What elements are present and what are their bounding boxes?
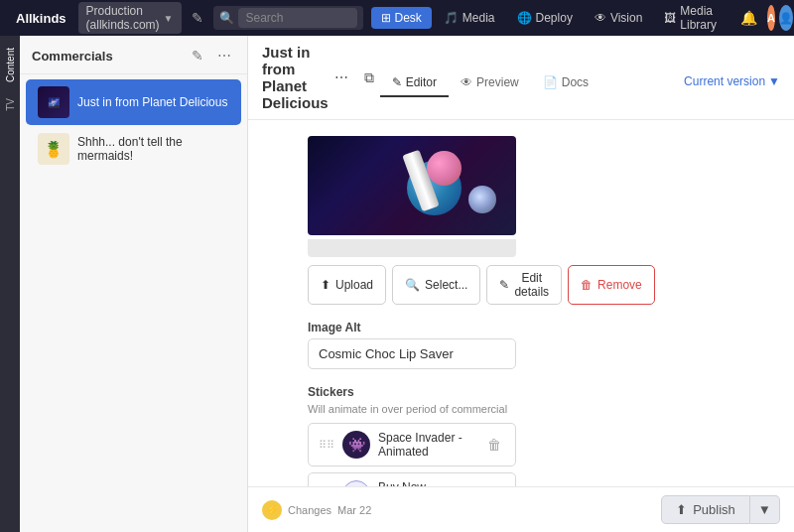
sidebar-item-2-thumb-img: 🍍: [38, 133, 69, 165]
sticker-item-1: ⠿⠿ 👾 Space Invader - Animated 🗑: [308, 423, 516, 466]
side-tab-content[interactable]: Content: [3, 44, 18, 86]
tab-deploy[interactable]: 🌐 Deploy: [507, 7, 583, 29]
sidebar-more-icon[interactable]: ⋯: [213, 46, 235, 66]
notifications-icon-btn[interactable]: 🔔: [734, 6, 763, 30]
image-bottom-bar: [308, 239, 516, 257]
tab-desk[interactable]: ⊞ Desk: [371, 7, 432, 29]
changes-date: Mar 22: [337, 504, 371, 516]
stickers-field-group: Stickers Will animate in over period of …: [308, 385, 516, 486]
publish-button[interactable]: ⬆ Publish: [661, 495, 750, 524]
vision-icon: 👁: [595, 11, 606, 25]
sticker-1-name: Space Invader - Animated: [378, 431, 475, 459]
image-preview-bg: [308, 136, 516, 235]
sidebar-item-2[interactable]: 🍍 Shhh... don't tell the mermaids!: [26, 126, 241, 172]
media-library-icon: 🖼: [664, 11, 676, 25]
content-header-icons: ⋯ ⧉: [329, 66, 380, 90]
top-nav: Allkinds Production (allkinds.com) ▼ ✎ 🔍…: [0, 0, 794, 36]
version-selector[interactable]: Current version ▼: [684, 74, 780, 88]
tab-media[interactable]: 🎵 Media: [434, 7, 505, 29]
publish-icon: ⬆: [676, 502, 687, 517]
upload-icon: ⬆: [321, 278, 331, 292]
sidebar-header: Commercials ✎ ⋯: [20, 36, 247, 74]
content-window-icon[interactable]: ⧉: [358, 66, 380, 90]
planet-2: [427, 151, 462, 186]
stickers-label: Stickers: [308, 385, 516, 399]
changes-label: Changes: [288, 504, 331, 516]
changes-icon: ⚡: [262, 500, 282, 520]
tab-editor[interactable]: ✎ Editor: [380, 69, 449, 97]
image-preview: [308, 136, 516, 235]
edit-icon-btn[interactable]: ✎: [186, 6, 209, 30]
tab-vision[interactable]: 👁 Vision: [585, 7, 652, 29]
tab-docs[interactable]: 📄 Docs: [531, 69, 600, 97]
main-layout: Content TV Commercials ✎ ⋯ 🌌 Just in fro…: [0, 36, 794, 532]
desk-icon: ⊞: [381, 11, 391, 25]
env-label: Production (allkinds.com): [86, 4, 160, 32]
search-icon: 🔍: [219, 11, 234, 25]
sidebar-item-2-label: Shhh... don't tell the mermaids!: [77, 135, 229, 163]
content-more-icon[interactable]: ⋯: [329, 66, 354, 90]
edit-details-icon: ✎: [499, 278, 509, 292]
select-button[interactable]: 🔍 Select...: [392, 265, 480, 305]
upload-button[interactable]: ⬆ Upload: [308, 265, 386, 305]
remove-icon: 🗑: [581, 278, 593, 292]
preview-icon: 👁: [461, 75, 472, 89]
content-footer: ⚡ Changes Mar 22 ⬆ Publish ▼: [248, 486, 794, 532]
version-arrow-icon: ▼: [768, 74, 780, 88]
nav-tabs: ⊞ Desk 🎵 Media 🌐 Deploy 👁 Vision 🖼 Media…: [371, 0, 728, 36]
sidebar-item-2-thumb: 🍍: [38, 133, 69, 165]
sidebar-item-1-thumb: 🌌: [38, 86, 69, 118]
content-tabs: ✎ Editor 👁 Preview 📄 Docs: [380, 69, 600, 97]
publish-arrow-icon: ▼: [758, 502, 771, 517]
remove-button[interactable]: 🗑 Remove: [568, 265, 655, 305]
side-tab-tv[interactable]: TV: [3, 94, 18, 115]
content-body-inner: ⬆ Upload 🔍 Select... ✎ Edit details 🗑 Re…: [308, 136, 516, 486]
avatar-secondary: 👤: [779, 5, 793, 31]
editor-icon: ✎: [392, 75, 402, 89]
deploy-icon: 🌐: [517, 11, 532, 25]
tab-media-library[interactable]: 🖼 Media Library: [654, 0, 727, 36]
sidebar-item-1-label: Just in from Planet Delicious: [77, 95, 227, 109]
sticker-1-icon: 👾: [342, 431, 370, 459]
sidebar: Commercials ✎ ⋯ 🌌 Just in from Planet De…: [20, 36, 248, 532]
select-icon: 🔍: [405, 278, 420, 292]
edit-details-button[interactable]: ✎ Edit details: [486, 265, 562, 305]
sidebar-item-1[interactable]: 🌌 Just in from Planet Delicious: [26, 79, 241, 125]
planet-3: [468, 186, 496, 213]
content-header: Just in from Planet Delicious ⋯ ⧉ ✎ Edit…: [248, 36, 794, 120]
sidebar-item-1-thumb-img: 🌌: [38, 86, 69, 118]
media-icon: 🎵: [444, 11, 459, 25]
sidebar-title: Commercials: [32, 49, 182, 64]
env-arrow-icon: ▼: [164, 13, 174, 24]
avatar-primary[interactable]: A: [767, 5, 775, 31]
sidebar-items-list: 🌌 Just in from Planet Delicious 🍍 Shhh..…: [20, 74, 247, 532]
sticker-1-delete-button[interactable]: 🗑: [483, 435, 505, 455]
brand-logo: Allkinds: [8, 11, 74, 26]
image-action-buttons: ⬆ Upload 🔍 Select... ✎ Edit details 🗑 Re…: [308, 265, 516, 305]
content-body: ⬆ Upload 🔍 Select... ✎ Edit details 🗑 Re…: [248, 120, 794, 486]
image-alt-label: Image Alt: [308, 321, 516, 334]
image-alt-field-group: Image Alt: [308, 321, 516, 369]
tab-preview[interactable]: 👁 Preview: [449, 69, 531, 97]
changes-badge: ⚡ Changes Mar 22: [262, 500, 371, 520]
side-tab-panel: Content TV: [0, 36, 20, 532]
content-title: Just in from Planet Delicious: [262, 44, 329, 111]
sticker-1-drag-handle[interactable]: ⠿⠿: [319, 439, 334, 452]
image-alt-input[interactable]: [308, 338, 516, 369]
search-input[interactable]: [238, 8, 357, 28]
docs-icon: 📄: [543, 75, 558, 89]
env-selector[interactable]: Production (allkinds.com) ▼: [78, 2, 182, 34]
sticker-item-2: ⠿⠿ 🔵 Buy Now - Intergalactic 🗑: [308, 472, 516, 486]
publish-dropdown-button[interactable]: ▼: [750, 495, 780, 524]
content-panel: Just in from Planet Delicious ⋯ ⧉ ✎ Edit…: [248, 36, 794, 532]
stickers-sublabel: Will animate in over period of commercia…: [308, 403, 516, 415]
sidebar-edit-icon[interactable]: ✎: [188, 46, 207, 66]
